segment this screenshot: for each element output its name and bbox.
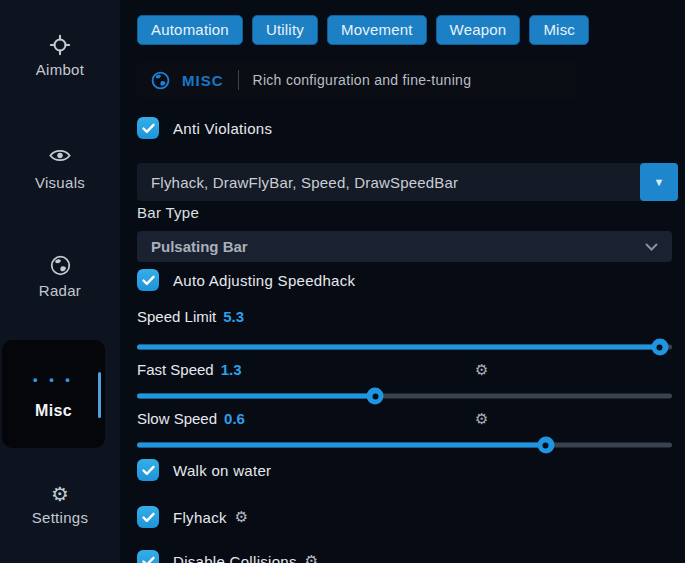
gear-icon: ⚙ — [0, 482, 120, 506]
slider-value: 0.6 — [224, 410, 245, 427]
gear-icon[interactable]: ⚙ — [475, 361, 488, 379]
divider — [238, 70, 239, 90]
app-window: Aimbot Visuals Radar • • • Misc — [0, 0, 685, 563]
dropdown-open-button[interactable]: ▼ — [640, 163, 678, 201]
slider-fill — [137, 394, 375, 399]
gear-icon[interactable]: ⚙ — [475, 410, 488, 428]
sidebar-item-label: Misc — [2, 402, 105, 420]
gear-icon[interactable]: ⚙ — [305, 552, 318, 563]
multiselect-value: Flyhack, DrawFlyBar, Speed, DrawSpeedBar — [137, 174, 640, 191]
slider-label: Fast Speed — [137, 361, 214, 378]
slider-caption-slow-speed: Slow Speed0.6 ⚙ — [137, 410, 672, 430]
selected-indicator-bar — [98, 372, 101, 418]
tab-movement[interactable]: Movement — [327, 15, 427, 45]
checkbox-disable-collisions[interactable]: Disable Collisions ⚙ — [137, 549, 318, 563]
sidebar: Aimbot Visuals Radar • • • Misc — [0, 0, 120, 563]
sidebar-item-settings[interactable]: ⚙ Settings — [0, 482, 120, 526]
checkbox-checked-icon[interactable] — [137, 269, 159, 291]
checkbox-checked-icon[interactable] — [137, 459, 159, 481]
checkbox-auto-adjusting-speedhack[interactable]: Auto Adjusting Speedhack — [137, 268, 355, 292]
globe-icon — [0, 255, 120, 279]
slider-speed-limit[interactable] — [137, 338, 672, 356]
sidebar-item-label: Aimbot — [0, 61, 120, 78]
sidebar-item-label: Visuals — [0, 174, 120, 191]
checkbox-label: Auto Adjusting Speedhack — [173, 272, 355, 289]
checkbox-label: Flyhack — [173, 509, 227, 526]
section-subtitle: Rich configuration and fine-tuning — [253, 72, 472, 88]
slider-value: 1.3 — [221, 361, 242, 378]
eye-icon — [0, 147, 120, 171]
checkbox-checked-icon[interactable] — [137, 506, 159, 528]
slider-thumb[interactable] — [537, 437, 554, 454]
slider-slow-speed[interactable] — [137, 436, 672, 454]
sidebar-item-label: Settings — [0, 509, 120, 526]
gear-icon[interactable]: ⚙ — [235, 508, 248, 526]
slider-value: 5.3 — [223, 308, 244, 325]
sidebar-item-aimbot[interactable]: Aimbot — [0, 34, 120, 78]
checkbox-label: Disable Collisions — [173, 553, 297, 563]
slider-thumb[interactable] — [651, 339, 668, 356]
slider-caption-fast-speed: Fast Speed1.3 ⚙ — [137, 361, 672, 381]
chevron-down-icon — [645, 243, 658, 251]
checkbox-label: Anti Violations — [173, 120, 272, 137]
slider-label: Speed Limit — [137, 308, 216, 325]
globe-icon — [151, 71, 170, 90]
sidebar-item-label: Radar — [0, 282, 120, 299]
checkbox-label: Walk on water — [173, 462, 271, 479]
slider-label: Slow Speed — [137, 410, 217, 427]
checkbox-flyhack[interactable]: Flyhack ⚙ — [137, 505, 248, 529]
select-value: Pulsating Bar — [137, 238, 645, 255]
ellipsis-icon: • • • — [2, 368, 105, 392]
checkbox-anti-violations[interactable]: Anti Violations — [137, 116, 272, 140]
slider-fast-speed[interactable] — [137, 387, 672, 405]
sidebar-item-radar[interactable]: Radar — [0, 255, 120, 299]
category-tabs: Automation Utility Movement Weapon Misc — [137, 15, 589, 45]
checkbox-checked-icon[interactable] — [137, 117, 159, 139]
triangle-down-icon: ▼ — [654, 176, 665, 188]
slider-caption-speed-limit: Speed Limit5.3 — [137, 308, 672, 328]
slider-thumb[interactable] — [367, 388, 384, 405]
tab-weapon[interactable]: Weapon — [436, 15, 521, 45]
slider-fill — [137, 345, 660, 350]
bar-type-select[interactable]: Pulsating Bar — [137, 231, 672, 262]
checkbox-walk-on-water[interactable]: Walk on water — [137, 458, 271, 482]
checkbox-checked-icon[interactable] — [137, 550, 159, 563]
sidebar-item-misc[interactable]: • • • Misc — [2, 340, 105, 448]
section-header: MISC Rich configuration and fine-tuning — [137, 62, 577, 98]
section-title: MISC — [182, 72, 224, 89]
tab-automation[interactable]: Automation — [137, 15, 243, 45]
sidebar-item-visuals[interactable]: Visuals — [0, 147, 120, 191]
tab-utility[interactable]: Utility — [252, 15, 318, 45]
tab-misc[interactable]: Misc — [529, 15, 589, 45]
bar-type-label: Bar Type — [137, 204, 199, 221]
slider-fill — [137, 443, 546, 448]
bar-multiselect[interactable]: Flyhack, DrawFlyBar, Speed, DrawSpeedBar… — [137, 163, 678, 201]
crosshair-icon — [0, 34, 120, 58]
